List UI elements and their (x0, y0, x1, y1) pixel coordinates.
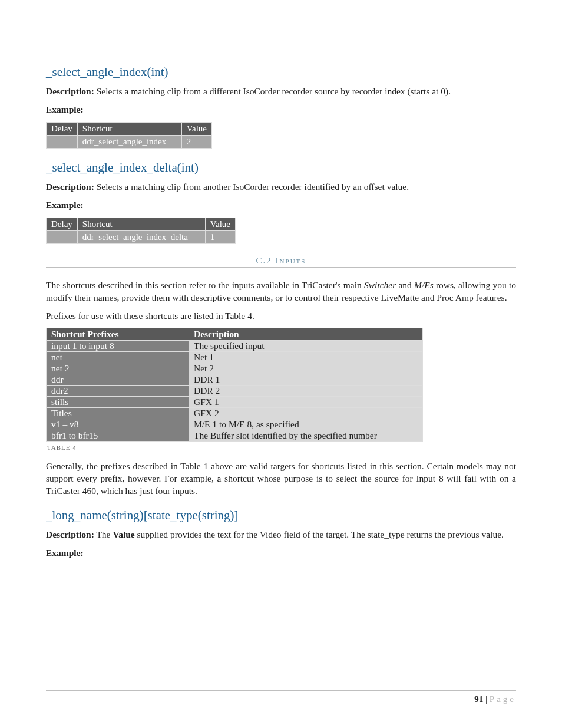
page-label: Page (490, 694, 516, 704)
description-label: Description: (46, 86, 94, 96)
section-header-inputs: C.2 Inputs (46, 256, 516, 268)
example-label: Example: (46, 547, 516, 559)
td-description: Net 2 (189, 363, 423, 374)
td-prefix: stills (47, 397, 189, 408)
th-delay: Delay (47, 218, 78, 230)
footer-sep: | (483, 694, 490, 704)
description-text: Selects a matching clip from a different… (94, 86, 451, 96)
description-text: Selects a matching clip from another Iso… (94, 182, 409, 192)
td-shortcut: ddr_select_angle_index_delta (77, 230, 205, 243)
description-text: supplied provides the text for the Video… (135, 529, 504, 539)
table-row: bfr1 to bfr15The Buffer slot identified … (47, 430, 423, 442)
text: The shortcuts described in this section … (46, 280, 364, 290)
th-delay: Delay (47, 122, 78, 135)
section-label: Inputs (272, 256, 306, 265)
td-description: GFX 1 (189, 397, 423, 408)
prefix-table: Shortcut Prefixes Description input 1 to… (46, 328, 423, 442)
section-number: C.2 (256, 256, 272, 265)
description-text: The (94, 529, 113, 539)
description-para: Description: The Value supplied provides… (46, 529, 516, 541)
text-italic: M/Es (414, 280, 434, 290)
example-label: Example: (46, 104, 516, 116)
td-prefix: ddr (47, 374, 189, 386)
description-para: Description: Selects a matching clip fro… (46, 181, 516, 193)
description-label: Description: (46, 182, 94, 192)
table-row: ddr2DDR 2 (47, 386, 423, 397)
table-row: net 2Net 2 (47, 363, 423, 374)
td-prefix: net 2 (47, 363, 189, 374)
td-description: The specified input (189, 341, 423, 352)
td-prefix: Titles (47, 408, 189, 419)
td-description: The Buffer slot identified by the specif… (189, 430, 423, 442)
td-prefix: ddr2 (47, 386, 189, 397)
page-footer: 91 | Page (46, 690, 516, 704)
table-row: stillsGFX 1 (47, 397, 423, 408)
th-shortcut: Shortcut (77, 122, 181, 135)
th-shortcut: Shortcut (77, 218, 205, 230)
heading-long-name: _long_name(string)[state_type(string)] (46, 508, 516, 523)
th-prefixes: Shortcut Prefixes (47, 328, 189, 341)
td-prefix: input 1 to input 8 (47, 341, 189, 352)
heading-select-angle-index-delta: _select_angle_index_delta(int) (46, 160, 516, 175)
page-number: 91 (474, 694, 483, 704)
heading-select-angle-index: _select_angle_index(int) (46, 65, 516, 80)
table-row: netNet 1 (47, 352, 423, 363)
inputs-para3: Generally, the prefixes described in Tab… (46, 460, 516, 498)
td-delay (47, 230, 78, 243)
inputs-para2: Prefixes for use with these shortcuts ar… (46, 310, 516, 322)
inputs-para1: The shortcuts described in this section … (46, 279, 516, 304)
td-value: 2 (181, 135, 211, 148)
th-description: Description (189, 328, 423, 341)
example-label: Example: (46, 199, 516, 212)
example-table-1: Delay Shortcut Value ddr_select_angle_in… (46, 122, 212, 149)
td-prefix: net (47, 352, 189, 363)
description-label: Description: (46, 529, 94, 539)
td-description: Net 1 (189, 352, 423, 363)
page: _select_angle_index(int) Description: Se… (0, 0, 562, 728)
td-prefix: v1 – v8 (47, 419, 189, 430)
table-row: ddrDDR 1 (47, 374, 423, 386)
td-description: DDR 1 (189, 374, 423, 386)
text: and (396, 280, 414, 290)
table-row: TitlesGFX 2 (47, 408, 423, 419)
text-italic: Switcher (364, 280, 396, 290)
description-para: Description: Selects a matching clip fro… (46, 85, 516, 98)
example-table-2: Delay Shortcut Value ddr_select_angle_in… (46, 218, 236, 244)
td-value: 1 (205, 230, 235, 243)
td-delay (47, 135, 78, 148)
td-prefix: bfr1 to bfr15 (47, 430, 189, 442)
td-shortcut: ddr_select_angle_index (77, 135, 181, 148)
table-row: input 1 to input 8The specified input (47, 341, 423, 352)
td-description: M/E 1 to M/E 8, as specified (189, 419, 423, 430)
td-description: DDR 2 (189, 386, 423, 397)
th-value: Value (205, 218, 235, 230)
td-description: GFX 2 (189, 408, 423, 419)
table-row: v1 – v8M/E 1 to M/E 8, as specified (47, 419, 423, 430)
table-caption: TABLE 4 (47, 444, 516, 451)
value-bold: Value (113, 529, 134, 539)
th-value: Value (181, 122, 211, 135)
